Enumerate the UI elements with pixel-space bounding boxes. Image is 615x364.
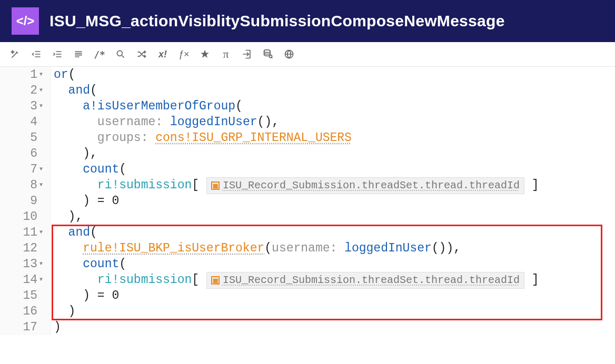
record-field-chip[interactable]: ▦ISU_Record_Submission.threadSet.thread.…	[206, 272, 524, 289]
fx-icon[interactable]: ƒ×	[178, 48, 190, 60]
export-icon[interactable]	[241, 48, 253, 60]
x-bang-icon[interactable]: x!	[157, 48, 168, 60]
editor-toolbar: /* x! ƒ× π	[0, 42, 615, 67]
record-field-chip[interactable]: ▦ISU_Record_Submission.threadSet.thread.…	[206, 177, 524, 194]
svg-point-1	[264, 50, 271, 53]
pi-icon[interactable]: π	[220, 48, 232, 60]
svg-point-0	[117, 50, 122, 56]
globe-icon[interactable]	[283, 48, 295, 60]
search-icon[interactable]	[115, 48, 126, 60]
indent-icon[interactable]	[52, 48, 63, 60]
page-title: ISU_MSG_actionVisiblitySubmissionCompose…	[49, 12, 505, 30]
outdent-icon[interactable]	[31, 48, 42, 60]
comment-icon[interactable]: /*	[94, 48, 105, 60]
magic-wand-icon[interactable]	[9, 48, 21, 60]
record-icon: ▦	[211, 276, 220, 285]
star-icon[interactable]	[199, 48, 211, 60]
expression-rule-icon: </>	[12, 7, 39, 35]
code-editor[interactable]: 1▼ 2▼ 3▼ 4▼ 5▼ 6▼ 7▼ 8▼ 9▼ 10▼ 11▼ 12▼ 1…	[0, 67, 615, 335]
header-bar: </> ISU_MSG_actionVisiblitySubmissionCom…	[0, 0, 615, 42]
database-icon[interactable]	[262, 48, 274, 60]
code-content[interactable]: or( and( a!isUserMemberOfGroup( username…	[51, 67, 615, 335]
record-icon: ▦	[211, 181, 220, 190]
shuffle-icon[interactable]	[136, 48, 147, 60]
line-number-gutter: 1▼ 2▼ 3▼ 4▼ 5▼ 6▼ 7▼ 8▼ 9▼ 10▼ 11▼ 12▼ 1…	[0, 67, 51, 335]
format-lines-icon[interactable]	[73, 48, 84, 60]
